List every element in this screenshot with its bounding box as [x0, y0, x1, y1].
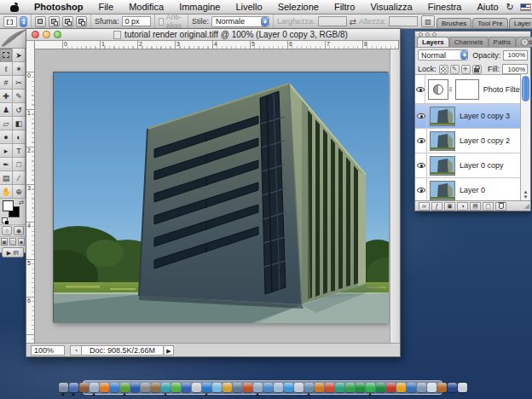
dock-icon-37[interactable]	[437, 383, 447, 392]
palette-close-button[interactable]	[419, 32, 423, 37]
layer-row-copy[interactable]: Layer 0 copy	[415, 153, 520, 178]
dock-icon-17[interactable]	[233, 383, 242, 392]
tool-clone-stamp[interactable]: ♟	[0, 103, 13, 117]
tool-move[interactable]: ➤	[13, 49, 26, 62]
visibility-toggle[interactable]	[415, 75, 425, 103]
dock-icon-5[interactable]	[110, 383, 119, 392]
link-layers-icon[interactable]: ∞	[419, 202, 430, 211]
palette-resize-grip[interactable]: ◢	[524, 202, 529, 210]
dock-icon-33[interactable]	[396, 383, 406, 392]
dock-icon-21[interactable]	[274, 383, 283, 392]
menu-item-file[interactable]: File	[90, 2, 121, 12]
layer-row-photo-filter[interactable]: ∞ Photo Filte...	[415, 75, 520, 104]
intersect-selection-button[interactable]	[76, 16, 87, 27]
imageready-button[interactable]: ▶ IR	[2, 247, 24, 257]
file-browser-button[interactable]: ▧	[421, 15, 435, 27]
blend-mode-dropdown[interactable]: Normal	[418, 49, 468, 61]
layer-group-icon[interactable]: ▤	[470, 202, 481, 211]
lock-transparency-icon[interactable]	[439, 65, 448, 74]
quick-mask-mode-button[interactable]: ◉	[14, 226, 24, 235]
swap-dimensions-icon[interactable]: ⇄	[350, 17, 356, 26]
palette-well-tab-brushes[interactable]: Brushes	[437, 18, 471, 28]
palette-scrollbar[interactable]: ▲▼	[520, 74, 530, 200]
tool-notes[interactable]: ▤	[0, 171, 13, 185]
fullscreen-menubar-button[interactable]: ▢	[9, 238, 16, 246]
tool-slice[interactable]: ✂	[13, 76, 26, 90]
layer-mask-icon[interactable]: ▣	[444, 202, 455, 211]
scrollbar-thumb[interactable]	[522, 76, 529, 101]
dock-icon-27[interactable]	[335, 383, 344, 392]
menu-item-finestra[interactable]: Finestra	[420, 2, 470, 12]
new-selection-button[interactable]	[35, 16, 46, 27]
sync-icon[interactable]: ↻	[506, 2, 514, 13]
menu-item-modifica[interactable]: Modifica	[121, 2, 171, 12]
tool-magic-wand[interactable]: ✶	[13, 62, 26, 76]
visibility-toggle[interactable]	[415, 178, 427, 200]
menu-item-livello[interactable]: Livello	[228, 2, 269, 12]
menu-item-visualizza[interactable]: Visualizza	[362, 2, 419, 12]
tool-healing-brush[interactable]: ✚	[0, 90, 13, 103]
dock-icon-26[interactable]	[325, 383, 334, 392]
new-layer-icon[interactable]: ▢	[483, 202, 494, 211]
dock-icon-23[interactable]	[294, 383, 304, 392]
width-input[interactable]	[318, 16, 347, 26]
foreground-color-swatch[interactable]	[3, 200, 14, 211]
dock-icon-22[interactable]	[284, 383, 293, 392]
dock-icon-14[interactable]	[202, 383, 211, 392]
visibility-toggle[interactable]	[415, 129, 427, 153]
menu-item-filtro[interactable]: Filtro	[327, 2, 362, 12]
visibility-toggle[interactable]	[415, 104, 427, 128]
layer-row-copy2[interactable]: Layer 0 copy 2	[415, 129, 520, 153]
layer-style-icon[interactable]: ƒ	[431, 202, 442, 211]
dock-icon-10[interactable]	[161, 383, 171, 392]
dock-icon-13[interactable]	[192, 383, 201, 392]
subtract-selection-button[interactable]	[62, 16, 73, 27]
menu-item-photoshop[interactable]: Photoshop	[26, 2, 90, 12]
dock-icon-25[interactable]	[315, 383, 324, 392]
tool-eyedropper[interactable]: ∕	[13, 171, 26, 185]
dock-icon-34[interactable]	[407, 383, 416, 392]
visibility-toggle[interactable]	[415, 153, 427, 177]
tool-hand[interactable]: ✋	[0, 185, 13, 199]
dock-icon-7[interactable]	[130, 383, 140, 392]
close-button[interactable]	[32, 31, 39, 38]
add-selection-button[interactable]	[49, 16, 60, 27]
tool-history-brush[interactable]: ↺	[13, 103, 26, 117]
dock-icon-28[interactable]	[345, 383, 355, 392]
palette-zoom-button[interactable]	[432, 32, 437, 37]
dock-icon-1[interactable]	[69, 383, 78, 392]
height-input[interactable]	[389, 16, 418, 26]
palette-minimize-button[interactable]	[425, 32, 430, 37]
dock-icon-19[interactable]	[253, 383, 263, 392]
tool-preset-icon[interactable]	[3, 16, 17, 27]
dock-icon-20[interactable]	[263, 383, 273, 392]
tool-path-selection[interactable]: ▸	[0, 144, 13, 158]
canvas-image[interactable]	[53, 72, 388, 322]
palette-well-tab-layer-comps[interactable]: Layer Comps	[509, 18, 532, 28]
opacity-field[interactable]: 100%	[503, 50, 528, 61]
layer-thumbnail[interactable]	[430, 156, 455, 176]
tool-gradient[interactable]: ◧	[13, 117, 26, 130]
zoom-level-field[interactable]: 100%	[31, 345, 65, 356]
swap-colors-icon[interactable]: ⇄	[19, 200, 24, 206]
horizontal-ruler[interactable]: 012345678	[35, 41, 399, 49]
dock-icon-11[interactable]	[171, 383, 181, 392]
style-dropdown[interactable]: Normale	[211, 16, 269, 27]
dock-icon-8[interactable]	[141, 383, 150, 392]
menu-item-selezione[interactable]: Selezione	[270, 2, 327, 12]
layer-row-copy3[interactable]: Layer 0 copy 3	[415, 104, 520, 129]
dock-icon-30[interactable]	[366, 383, 375, 392]
dock-icon-31[interactable]	[376, 383, 385, 392]
dock-icon-9[interactable]	[151, 383, 160, 392]
dock-icon-36[interactable]	[427, 383, 437, 392]
dock-icon-2[interactable]	[79, 383, 89, 392]
tool-pen[interactable]: ✒	[0, 158, 13, 171]
mask-link-icon[interactable]: ∞	[447, 87, 454, 92]
standard-mode-button[interactable]: ○	[2, 226, 12, 235]
dock-icon-35[interactable]	[417, 383, 426, 392]
dock-icon-12[interactable]	[182, 383, 191, 392]
tab-layers[interactable]: Layers	[417, 37, 449, 47]
lock-position-icon[interactable]: ✛	[461, 65, 471, 74]
dock-icon-4[interactable]	[100, 383, 109, 392]
tool-brush[interactable]: ✎	[13, 90, 26, 103]
